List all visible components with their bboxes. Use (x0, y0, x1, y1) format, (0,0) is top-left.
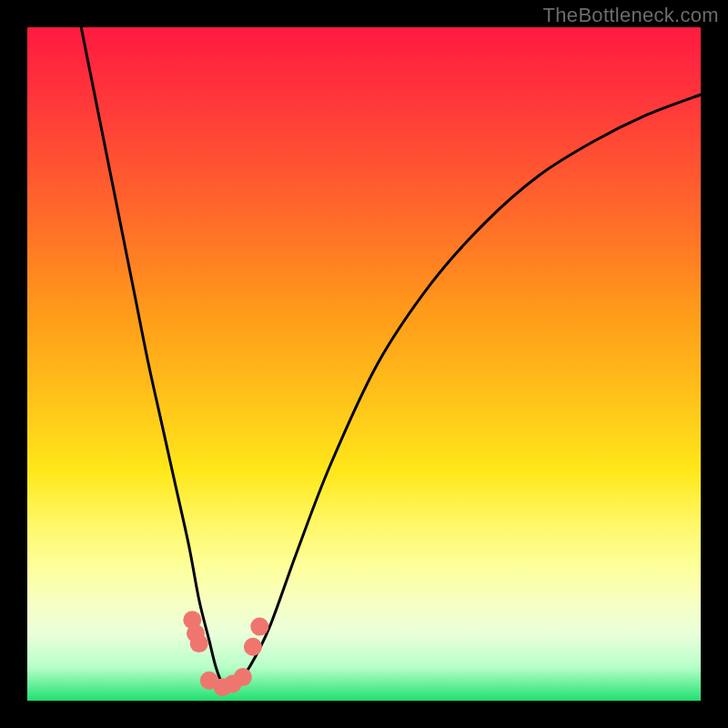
watermark-text: TheBottleneck.com (543, 4, 719, 27)
data-marker (190, 634, 208, 652)
bottleneck-chart (27, 27, 701, 701)
bottleneck-curve (81, 27, 701, 687)
data-marker (234, 668, 252, 686)
marker-group (183, 611, 268, 696)
data-marker (244, 638, 262, 656)
data-marker (250, 618, 268, 636)
